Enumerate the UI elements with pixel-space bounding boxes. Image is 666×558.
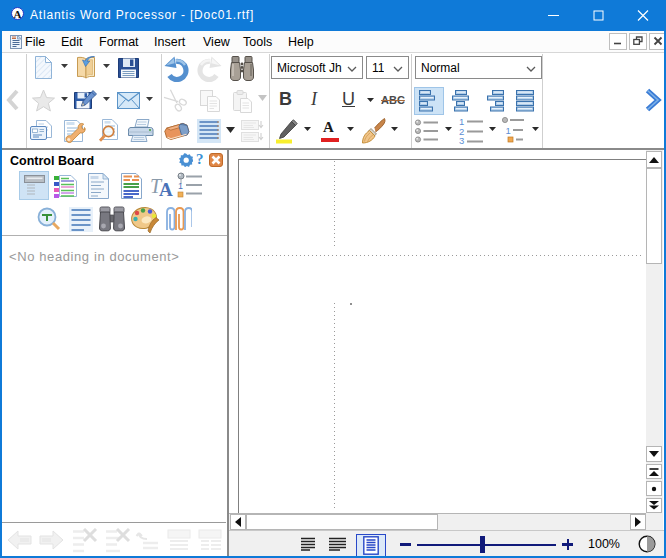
svg-text:A: A bbox=[159, 179, 173, 199]
svg-text:3: 3 bbox=[459, 135, 464, 144]
svg-text:1: 1 bbox=[506, 125, 511, 136]
svg-text:1: 1 bbox=[178, 181, 183, 191]
